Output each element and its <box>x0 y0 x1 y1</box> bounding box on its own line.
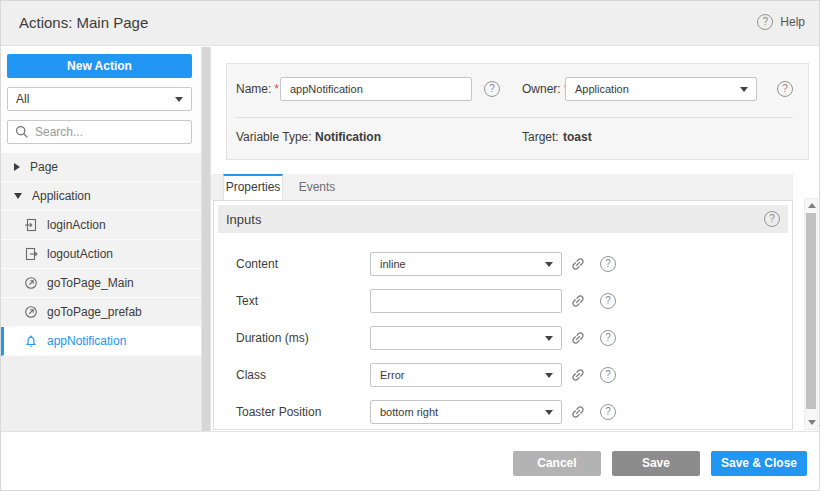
save-button[interactable]: Save <box>612 451 700 476</box>
inputs-section-title: Inputs <box>226 212 261 227</box>
duration-label: Duration (ms) <box>236 331 309 345</box>
search-icon <box>15 125 29 139</box>
footer-buttons: Cancel Save Save & Close <box>513 451 807 476</box>
goto-page-icon <box>24 276 38 290</box>
scrollbar-thumb[interactable] <box>806 213 816 409</box>
name-label: Name:* <box>236 82 279 96</box>
dialog-header: Actions: Main Page ? Help <box>1 1 820 46</box>
action-summary-card: Name:* ? Owner:* Application ? Variable … <box>226 63 809 160</box>
input-row-class: Class Error ? <box>214 363 792 387</box>
help-circle-icon[interactable]: ? <box>777 81 793 97</box>
link-binding-icon[interactable] <box>570 293 586 309</box>
tree-item-login-action[interactable]: loginAction <box>1 211 201 240</box>
tree-item-app-notification[interactable]: appNotification <box>1 327 201 356</box>
chevron-down-icon <box>545 410 553 415</box>
help-label: Help <box>780 15 805 29</box>
tree-item-label: goToPage_prefab <box>47 305 142 319</box>
tree-group-page[interactable]: Page <box>1 153 201 182</box>
help-circle-icon: ? <box>757 14 773 30</box>
text-input[interactable] <box>370 289 562 313</box>
chevron-down-icon <box>175 97 183 102</box>
input-row-toaster-position: Toaster Position bottom right ? <box>214 400 792 424</box>
tree-item-label: loginAction <box>47 218 106 232</box>
action-detail-pane: Name:* ? Owner:* Application ? Variable … <box>211 47 820 431</box>
sidebar-scrollbar[interactable] <box>201 47 211 431</box>
toaster-position-dropdown-value: bottom right <box>380 406 438 418</box>
help-circle-icon[interactable]: ? <box>600 404 616 420</box>
search-box <box>7 120 192 144</box>
actions-tree: Page Application loginAction logoutActio… <box>1 153 201 356</box>
required-marker: * <box>274 82 279 96</box>
variable-type-value: Notification <box>315 130 381 144</box>
chevron-right-icon <box>14 163 20 171</box>
new-action-button[interactable]: New Action <box>7 54 192 78</box>
duration-dropdown[interactable] <box>370 326 562 350</box>
goto-page-icon <box>24 305 38 319</box>
tree-group-label: Application <box>32 189 91 203</box>
toaster-position-dropdown[interactable]: bottom right <box>370 400 562 424</box>
filter-dropdown-value: All <box>16 92 29 106</box>
help-circle-icon[interactable]: ? <box>600 330 616 346</box>
tree-item-label: logoutAction <box>47 247 113 261</box>
login-icon <box>24 218 38 232</box>
detail-tabbar: Properties Events <box>211 174 793 200</box>
scroll-up-icon[interactable] <box>808 203 816 208</box>
help-circle-icon[interactable]: ? <box>600 293 616 309</box>
help-circle-icon[interactable]: ? <box>600 256 616 272</box>
bell-icon <box>24 334 38 348</box>
card-divider <box>235 117 793 118</box>
input-row-text: Text ? <box>214 289 792 313</box>
tree-item-gotopage-prefab[interactable]: goToPage_prefab <box>1 298 201 327</box>
link-binding-icon[interactable] <box>570 256 586 272</box>
link-binding-icon[interactable] <box>570 330 586 346</box>
owner-dropdown-value: Application <box>575 83 629 95</box>
help-circle-icon[interactable]: ? <box>764 211 780 227</box>
input-row-content: Content inline ? <box>214 252 792 276</box>
link-binding-icon[interactable] <box>570 367 586 383</box>
text-label: Text <box>236 294 258 308</box>
chevron-down-icon <box>740 87 748 92</box>
class-dropdown-value: Error <box>380 369 404 381</box>
panel-scrollbar[interactable] <box>804 198 818 430</box>
class-label: Class <box>236 368 266 382</box>
dialog-footer: Cancel Save Save & Close <box>1 431 820 491</box>
tree-item-gotopage-main[interactable]: goToPage_Main <box>1 269 201 298</box>
toaster-position-label: Toaster Position <box>236 405 321 419</box>
chevron-down-icon <box>545 373 553 378</box>
tree-group-label: Page <box>30 160 58 174</box>
chevron-down-icon <box>545 336 553 341</box>
target-value: toast <box>563 130 592 144</box>
search-input[interactable] <box>35 125 185 139</box>
chevron-down-icon <box>14 193 22 199</box>
type-target-row: Variable Type: Notification Target: toas… <box>235 130 800 146</box>
properties-panel: Inputs ? Content inline ? Text <box>213 200 793 430</box>
tab-events[interactable]: Events <box>289 174 345 200</box>
tab-properties[interactable]: Properties <box>223 174 283 200</box>
content-label: Content <box>236 257 278 271</box>
actions-dialog: Actions: Main Page ? Help New Action All <box>0 0 820 491</box>
help-button[interactable]: ? Help <box>757 14 805 30</box>
tree-group-application[interactable]: Application <box>1 182 201 211</box>
save-and-close-button[interactable]: Save & Close <box>711 451 807 476</box>
input-row-duration: Duration (ms) ? <box>214 326 792 350</box>
class-dropdown[interactable]: Error <box>370 363 562 387</box>
variable-type-label: Variable Type: <box>236 130 312 144</box>
link-binding-icon[interactable] <box>570 404 586 420</box>
name-input[interactable] <box>280 77 472 101</box>
cancel-button[interactable]: Cancel <box>513 451 601 476</box>
content-dropdown[interactable]: inline <box>370 252 562 276</box>
name-owner-row: Name:* ? Owner:* Application ? <box>235 77 800 101</box>
help-circle-icon[interactable]: ? <box>600 367 616 383</box>
sidebar-controls: New Action All <box>1 47 201 153</box>
inputs-section-header: Inputs ? <box>218 205 788 233</box>
owner-label: Owner:* <box>522 82 568 96</box>
owner-dropdown[interactable]: Application <box>565 77 757 101</box>
actions-sidebar: New Action All Page Application <box>1 47 201 431</box>
chevron-down-icon <box>545 262 553 267</box>
tree-item-label: goToPage_Main <box>47 276 134 290</box>
scroll-down-icon[interactable] <box>808 420 816 425</box>
help-circle-icon[interactable]: ? <box>484 81 500 97</box>
filter-dropdown[interactable]: All <box>7 87 192 111</box>
target-label: Target: <box>522 130 559 144</box>
tree-item-logout-action[interactable]: logoutAction <box>1 240 201 269</box>
